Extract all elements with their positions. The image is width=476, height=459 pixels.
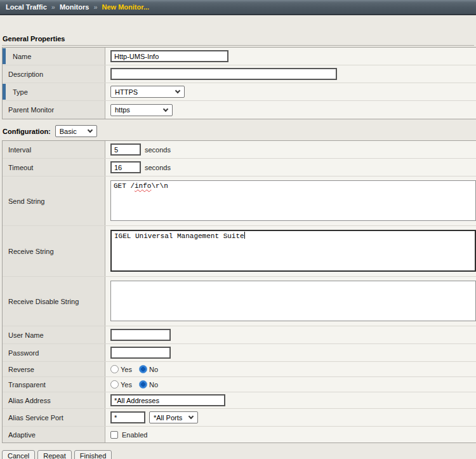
interval-unit: seconds [145,146,171,154]
alias-service-port-label: Alias Service Port [3,409,105,426]
description-input[interactable] [110,68,337,80]
password-input[interactable] [110,347,171,359]
timeout-input[interactable] [110,161,141,173]
send-string-label: Send String [3,176,105,225]
interval-input[interactable] [110,143,141,156]
transparent-no-label: No [149,381,158,389]
row-adaptive: Adaptive Enabled [3,427,476,442]
chevron-down-icon [188,414,194,419]
type-label: Type [3,83,105,100]
row-receive-string: Receive String IGEL Universal Management… [3,226,476,277]
adaptive-label: Adaptive [3,427,105,442]
send-string-text: GET / [114,182,135,190]
reverse-no-label: No [149,366,158,373]
send-string-misspelled: info [135,182,151,190]
receive-string-textarea[interactable]: IGEL Universal Management Suite [110,230,476,272]
action-buttons: Cancel Repeat Finished [2,450,476,459]
breadcrumb-new-monitor: New Monitor... [102,3,150,11]
breadcrumb: Local Traffic » Monitors » New Monitor..… [0,0,476,15]
repeat-button[interactable]: Repeat [37,450,71,459]
receive-string-text: IGEL Universal Management Suite [114,232,244,240]
timeout-label: Timeout [3,159,105,176]
alias-service-port-select[interactable]: *All Ports [149,411,198,423]
transparent-no-radio[interactable] [139,380,147,389]
parent-monitor-label: Parent Monitor [3,101,105,119]
row-send-string: Send String GET /info\r\n [3,176,476,226]
chevron-down-icon [175,88,180,93]
name-label: Name [3,48,105,65]
alias-address-input[interactable] [110,394,225,406]
configuration-table: Interval seconds Timeout seconds Send St… [2,140,476,443]
row-alias-address: Alias Address [3,392,476,409]
transparent-yes-radio[interactable] [110,380,119,389]
row-name: Name [3,48,476,65]
row-alias-service-port: Alias Service Port *All Ports [3,409,476,427]
alias-service-port-input[interactable] [110,411,145,423]
name-input[interactable] [110,50,228,62]
user-name-input[interactable] [110,329,171,341]
row-receive-disable-string: Receive Disable String [3,277,476,326]
receive-disable-string-textarea[interactable] [110,281,476,321]
breadcrumb-local-traffic[interactable]: Local Traffic [6,3,47,11]
row-timeout: Timeout seconds [3,159,476,176]
type-select[interactable]: HTTPS [110,86,185,98]
receive-disable-string-label: Receive Disable String [3,277,105,326]
configuration-label: Configuration: [3,128,51,135]
breadcrumb-separator-icon: » [93,3,97,11]
transparent-yes-label: Yes [121,381,132,389]
general-properties-heading: General Properties [2,35,474,46]
receive-string-label: Receive String [3,226,105,276]
adaptive-enabled-label: Enabled [122,431,147,439]
description-label: Description [3,65,105,83]
breadcrumb-separator-icon: » [51,3,55,11]
row-type: Type HTTPS [3,83,476,101]
configuration-mode-value: Basic [60,128,77,135]
timeout-unit: seconds [145,164,171,171]
interval-label: Interval [3,141,105,158]
breadcrumb-monitors[interactable]: Monitors [60,3,89,11]
configuration-line: Configuration: Basic [3,125,474,137]
row-interval: Interval seconds [3,141,476,159]
type-select-value: HTTPS [115,88,138,96]
user-name-label: User Name [3,326,105,343]
text-caret [244,232,245,239]
cancel-button[interactable]: Cancel [2,450,35,459]
general-properties-table: Name Description Type HTTPS Parent Monit… [2,47,476,119]
chevron-down-icon [163,106,168,111]
password-label: Password [3,344,105,361]
reverse-yes-radio[interactable] [110,365,119,373]
row-description: Description [3,65,476,83]
alias-service-port-select-value: *All Ports [154,414,182,422]
row-user-name: User Name [3,326,476,344]
finished-button[interactable]: Finished [74,450,112,459]
send-string-textarea[interactable]: GET /info\r\n [110,180,476,221]
transparent-label: Transparent [3,377,105,392]
alias-address-label: Alias Address [3,392,105,408]
row-transparent: Transparent Yes No [3,377,476,392]
configuration-mode-select[interactable]: Basic [55,125,97,137]
adaptive-enabled-checkbox[interactable] [110,431,118,439]
parent-monitor-select[interactable]: https [110,104,173,116]
row-parent-monitor: Parent Monitor https [3,101,476,119]
chevron-down-icon [88,128,93,133]
reverse-no-radio[interactable] [139,365,147,373]
send-string-escape: \r\n [151,182,168,190]
reverse-label: Reverse [3,362,105,376]
parent-monitor-select-value: https [115,106,130,114]
row-password: Password [3,344,476,362]
reverse-yes-label: Yes [121,366,132,373]
row-reverse: Reverse Yes No [3,362,476,377]
